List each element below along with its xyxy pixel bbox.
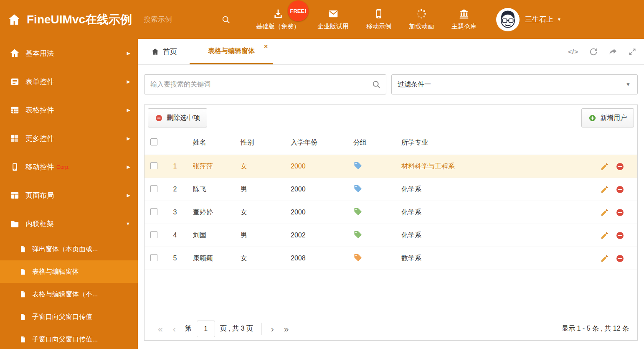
widgets-icon bbox=[9, 134, 20, 143]
sidebar-item-basic-usage[interactable]: 基本用法▶ bbox=[0, 39, 138, 67]
row-checkbox[interactable] bbox=[150, 208, 157, 215]
major-link[interactable]: 数学系 bbox=[401, 255, 421, 262]
table-row[interactable]: 5康颖颖女2008数学系 bbox=[145, 247, 637, 270]
sidebar-subitem-label: 子窗口向父窗口传值 bbox=[32, 313, 92, 321]
sidebar-item-page-layout[interactable]: 页面布局▶ bbox=[0, 181, 138, 209]
tab-grid-edit-window[interactable]: 表格与编辑窗体 × bbox=[190, 39, 273, 64]
search-icon[interactable] bbox=[372, 80, 381, 89]
sidebar-item-table-controls[interactable]: 表格控件▶ bbox=[0, 96, 138, 124]
row-gender: 女 bbox=[234, 254, 284, 263]
home-icon bbox=[151, 48, 159, 56]
sidebar-subitem-label: 子窗口向父窗口传值... bbox=[32, 335, 98, 344]
sidebar-item-inline-frame[interactable]: 内联框架▼ bbox=[0, 209, 138, 238]
edit-icon[interactable] bbox=[600, 208, 609, 217]
row-checkbox[interactable] bbox=[150, 254, 157, 261]
table-row[interactable]: 2陈飞男2000化学系 bbox=[145, 178, 637, 201]
row-year: 2002 bbox=[284, 232, 345, 239]
page-prefix-label: 第 bbox=[185, 324, 192, 333]
delete-icon[interactable] bbox=[616, 208, 624, 217]
row-checkbox[interactable] bbox=[150, 231, 157, 238]
major-link[interactable]: 化学系 bbox=[401, 186, 421, 193]
col-name: 姓名 bbox=[186, 138, 234, 147]
sidebar-subitem-child-to-parent-2[interactable]: 子窗口向父窗口传值... bbox=[0, 328, 138, 349]
filter-dropdown[interactable]: 过滤条件一 ▼ bbox=[391, 74, 638, 94]
sidebar-subitem-label: 弹出窗体（本页面或... bbox=[32, 245, 98, 254]
sidebar-subitem-popup-window[interactable]: 弹出窗体（本页面或... bbox=[0, 238, 138, 260]
header-nav-loading-anim[interactable]: 加载动画 bbox=[400, 8, 443, 31]
row-checkbox[interactable] bbox=[150, 162, 157, 169]
keyword-search-input[interactable] bbox=[150, 81, 367, 88]
header-search-input[interactable] bbox=[144, 15, 221, 24]
row-number: 5 bbox=[164, 255, 186, 262]
sidebar-subitem-label: 表格与编辑窗体（不... bbox=[32, 290, 98, 299]
major-link[interactable]: 化学系 bbox=[401, 209, 421, 216]
edit-icon[interactable] bbox=[600, 162, 609, 171]
share-forward-icon[interactable] bbox=[609, 47, 618, 56]
sidebar-item-mobile-controls[interactable]: 移动控件Corp.▶ bbox=[0, 153, 138, 181]
prev-page-button[interactable]: ‹ bbox=[168, 324, 181, 334]
sidebar-subitem-child-to-parent[interactable]: 子窗口向父窗口传值 bbox=[0, 306, 138, 328]
add-user-label: 新增用户 bbox=[600, 114, 627, 122]
edit-icon[interactable] bbox=[600, 185, 609, 194]
add-user-button[interactable]: 新增用户 bbox=[581, 108, 634, 127]
app-header: FineUIMvc在线示例 FREE! 基础版（免费）企业版试用移动示例加载动画… bbox=[0, 0, 644, 39]
header-nav-theme-repo[interactable]: 主题仓库 bbox=[443, 8, 485, 31]
edit-icon[interactable] bbox=[600, 231, 609, 240]
header-nav-label: 加载动画 bbox=[409, 23, 434, 31]
tab-home[interactable]: 首页 bbox=[144, 39, 185, 64]
sidebar-item-form-controls[interactable]: 表单控件▶ bbox=[0, 67, 138, 96]
minus-circle-icon bbox=[155, 114, 163, 122]
free-badge: FREE! bbox=[288, 0, 309, 21]
sidebar-item-label: 内联框架 bbox=[25, 219, 54, 229]
delete-selected-button[interactable]: 删除选中项 bbox=[148, 108, 207, 127]
delete-icon[interactable] bbox=[616, 231, 624, 240]
refresh-icon[interactable] bbox=[589, 47, 598, 56]
row-name: 康颖颖 bbox=[186, 254, 234, 263]
major-link[interactable]: 材料科学与工程系 bbox=[401, 163, 455, 170]
header-nav-mobile-demo[interactable]: 移动示例 bbox=[357, 8, 400, 31]
select-all-checkbox[interactable] bbox=[150, 138, 157, 145]
home2-icon bbox=[9, 48, 20, 58]
row-gender: 女 bbox=[234, 162, 284, 171]
delete-icon[interactable] bbox=[616, 254, 624, 263]
search-icon[interactable] bbox=[221, 15, 231, 24]
download-icon bbox=[273, 8, 284, 19]
expand-icon[interactable] bbox=[628, 48, 636, 56]
keyword-search-box bbox=[144, 74, 386, 94]
page-input[interactable] bbox=[197, 321, 215, 337]
sidebar-item-label: 更多控件 bbox=[25, 134, 54, 143]
row-number: 3 bbox=[164, 209, 186, 216]
header-nav-label: 基础版（免费） bbox=[256, 23, 300, 31]
table-row[interactable]: 1张萍萍女2000材料科学与工程系 bbox=[145, 155, 637, 178]
row-gender: 男 bbox=[234, 231, 284, 240]
sidebar-subitem-grid-edit-window[interactable]: 表格与编辑窗体 bbox=[0, 260, 138, 283]
app-home-icon[interactable] bbox=[8, 13, 21, 26]
row-checkbox[interactable] bbox=[150, 185, 157, 192]
edit-icon[interactable] bbox=[600, 254, 609, 263]
sidebar-subitem-grid-edit-window-no[interactable]: 表格与编辑窗体（不... bbox=[0, 283, 138, 306]
frame-icon bbox=[9, 219, 20, 229]
source-code-icon[interactable]: </> bbox=[568, 48, 578, 55]
user-menu[interactable]: 三生石上 ▼ bbox=[525, 15, 561, 24]
file-icon bbox=[19, 268, 27, 275]
next-page-button[interactable]: › bbox=[266, 324, 279, 334]
sidebar-item-label: 表单控件 bbox=[25, 77, 54, 87]
col-group: 分组 bbox=[345, 138, 395, 147]
close-icon[interactable]: × bbox=[264, 43, 268, 49]
avatar[interactable] bbox=[496, 8, 520, 31]
major-link[interactable]: 化学系 bbox=[401, 232, 421, 239]
last-page-button[interactable]: » bbox=[279, 324, 294, 334]
table-row[interactable]: 3董婷婷女2000化学系 bbox=[145, 201, 637, 224]
chevron-right-icon: ▶ bbox=[127, 193, 130, 198]
chevron-right-icon: ▶ bbox=[127, 136, 130, 141]
row-name: 董婷婷 bbox=[186, 208, 234, 217]
chevron-down-icon: ▼ bbox=[126, 221, 130, 226]
delete-icon[interactable] bbox=[616, 162, 624, 171]
delete-icon[interactable] bbox=[616, 185, 624, 194]
username: 三生石上 bbox=[525, 15, 553, 24]
sidebar-item-more-controls[interactable]: 更多控件▶ bbox=[0, 124, 138, 153]
first-page-button[interactable]: « bbox=[153, 324, 168, 334]
table-row[interactable]: 4刘国男2002化学系 bbox=[145, 224, 637, 247]
header-nav-enterprise-trial[interactable]: 企业版试用 bbox=[309, 8, 357, 31]
file-icon bbox=[19, 245, 27, 253]
